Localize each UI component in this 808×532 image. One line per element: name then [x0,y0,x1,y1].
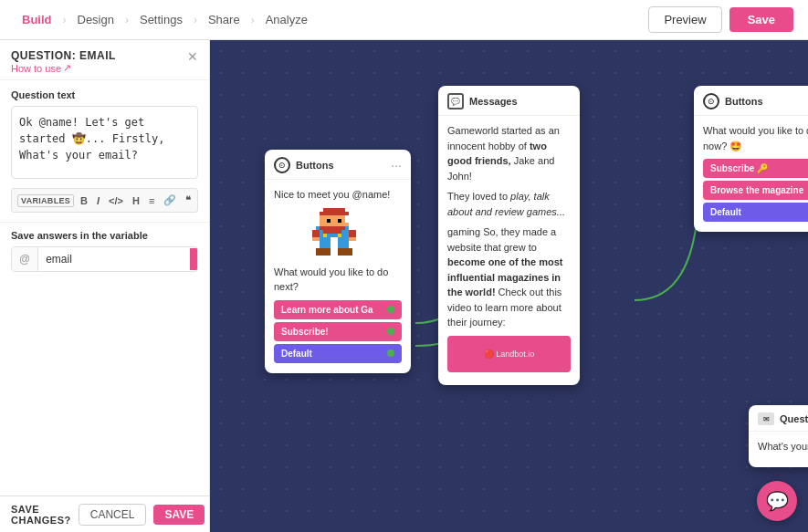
chat-icon: 💬 [766,490,789,512]
svg-rect-0 [323,208,345,212]
nav-step-design[interactable]: Design [70,9,121,30]
svg-rect-9 [323,234,327,237]
connector-dot-1 [387,306,394,313]
variable-input-row: @ A [11,246,198,272]
card-2-body: What would you like to do now? 🤩 Subscri… [694,116,808,232]
top-nav: Build › Design › Settings › Share › Anal… [0,0,808,40]
buttons-card-2: ⊙ Buttons ··· What would you like to do … [694,86,808,232]
save-changes-label: SAVE CHANGES? [11,504,71,526]
card-2-btn-subscribe[interactable]: Subscribe 🔑 [703,159,808,178]
question-text-label: Question text [11,89,198,100]
svg-rect-14 [338,248,352,256]
save-answers-label: Save answers in the variable [11,230,198,241]
card-2-btn-default[interactable]: Default [703,203,808,222]
svg-rect-17 [312,237,320,241]
left-panel: QUESTION: EMAIL How to use ↗ ✕ Question … [0,40,210,532]
card-2-title: Buttons [725,96,763,107]
nav-step-settings[interactable]: Settings [132,9,190,30]
link-button[interactable]: 🔗 [161,193,179,208]
code-button[interactable]: </> [106,193,126,208]
svg-rect-18 [349,237,356,241]
card-1-btn-subscribe[interactable]: Subscribe! [274,322,402,341]
svg-rect-5 [338,219,341,223]
panel-title: QUESTION: EMAIL [11,49,116,62]
question-textarea[interactable]: Ok @name! Let's get started 🤠... Firstly… [11,106,198,179]
card-2-icon: ⊙ [703,93,719,110]
card-2-header: ⊙ Buttons ··· [694,86,808,116]
svg-rect-13 [316,248,331,256]
save-answers-section: Save answers in the variable @ A [0,222,209,279]
buttons-card-1: ⊙ Buttons ··· Nice to meet you @name! [265,150,411,373]
question-card-header: ✉ Question: Email [749,405,808,432]
card-1-btn-learn[interactable]: Learn more about Ga [274,300,402,319]
preview-button[interactable]: Preview [648,6,721,33]
svg-rect-11 [320,237,331,248]
question-card-body: What's your email? [749,432,808,467]
card-1-intro: Nice to meet you @name! [274,187,402,203]
card-1-title: Buttons [296,160,334,171]
how-to-link[interactable]: How to use ↗ [11,62,116,74]
messages-body: Gameworld started as an innocent hobby o… [438,116,580,385]
formatting-toolbar: VARIABLES B I </> H ≡ 🔗 ❝ [11,188,198,213]
question-email-card: ✉ Question: Email What's your email? [749,405,808,467]
nav-step-build[interactable]: Build [15,9,59,30]
nav-steps: Build › Design › Settings › Share › Anal… [15,9,315,30]
svg-rect-4 [327,219,331,223]
nav-step-share[interactable]: Share [201,9,247,30]
svg-rect-7 [320,226,345,230]
panel-header: QUESTION: EMAIL How to use ↗ ✕ [0,40,209,80]
bottom-bar: SAVE CHANGES? CANCEL SAVE [0,495,209,532]
mario-image [274,208,402,259]
question-text-section: Question text Ok @name! Let's get starte… [0,80,209,222]
video-banner: 🔴 Landbot.io [447,336,571,372]
main-layout: QUESTION: EMAIL How to use ↗ ✕ Question … [0,40,808,532]
messages-card: 💬 Messages Gameworld started as an innoc… [438,86,580,385]
save-bottom-button[interactable]: SAVE [153,505,205,525]
card-2-btn-browse[interactable]: Browse the magazine [703,181,808,200]
svg-rect-16 [349,230,356,237]
svg-rect-3 [320,223,349,226]
italic-button[interactable]: I [94,193,102,208]
svg-rect-1 [320,212,349,215]
svg-rect-10 [338,234,341,237]
messages-icon: 💬 [447,93,464,110]
variable-input[interactable] [38,247,190,271]
canvas-area[interactable]: ⊙ Buttons ··· Nice to meet you @name! [210,40,808,532]
question-card-title: Question: Email [780,413,808,424]
bold-button[interactable]: B [78,193,90,208]
card-1-body: Nice to meet you @name! [265,180,411,373]
quote-button[interactable]: ❝ [183,193,194,208]
card-2-cta: What would you like to do now? 🤩 [703,123,808,153]
messages-title: Messages [469,96,518,107]
connector-dot-2 [387,328,394,335]
nav-step-analyze[interactable]: Analyze [258,9,315,30]
cancel-button[interactable]: CANCEL [79,504,147,526]
question-card-icon: ✉ [758,412,774,425]
connector-dot-3 [387,349,394,357]
save-top-button[interactable]: Save [729,7,793,32]
question-card-text: What's your email? [758,439,808,454]
svg-rect-8 [323,230,341,234]
chat-float-button[interactable]: 💬 [757,481,797,521]
messages-text-2: They loved to play, talk about and revie… [447,189,571,219]
card-1-menu[interactable]: ··· [391,158,402,172]
card-1-icon: ⊙ [274,157,290,173]
messages-header: 💬 Messages [438,86,580,116]
variables-button[interactable]: VARIABLES [17,194,74,207]
variable-suffix[interactable]: A [190,248,198,270]
close-button[interactable]: ✕ [187,49,198,64]
svg-rect-15 [312,230,320,237]
card-1-header: ⊙ Buttons ··· [265,150,411,180]
variable-prefix: @ [12,247,38,271]
messages-text-3: gaming So, they made a website that grew… [447,224,571,330]
nav-buttons: Preview Save [648,6,793,33]
messages-text-1: Gameworld started as an innocent hobby o… [447,123,571,183]
card-1-cta: What would you like to do next? [274,265,402,295]
svg-rect-12 [338,237,349,248]
heading-button[interactable]: H [130,193,142,208]
list-button[interactable]: ≡ [146,193,157,208]
card-1-btn-default[interactable]: Default [274,344,402,363]
